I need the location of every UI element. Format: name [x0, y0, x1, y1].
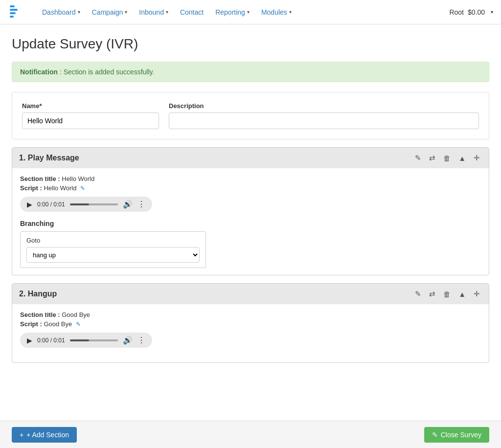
progress-filled-1	[70, 203, 89, 205]
notification-prefix: Notification	[20, 68, 58, 76]
progress-filled-2	[70, 339, 89, 341]
page-title: Update Survey (IVR)	[12, 36, 489, 52]
name-input[interactable]	[22, 112, 159, 129]
section-actions-1: ✎ ⇄ 🗑 ▲ ✛	[413, 153, 482, 163]
section-move-btn-2[interactable]: ✛	[472, 289, 482, 299]
section-body-2: Section title : Good Bye Script : Good B…	[12, 304, 489, 362]
name-group: Name*	[22, 102, 159, 129]
section-info-script-1: Script : Hello World ✎	[20, 184, 481, 192]
volume-btn-1[interactable]: 🔊	[123, 200, 133, 209]
form-card: Name* Description	[12, 92, 489, 139]
user-label: Root	[449, 8, 464, 16]
section-body-1: Section title : Hello World Script : Hel…	[12, 168, 489, 275]
section-card-2: 2. Hangup ✎ ⇄ 🗑 ▲ ✛ Section title : Good…	[12, 283, 489, 363]
section-title-1: 1. Play Message	[19, 154, 79, 162]
audio-player-wrap-1: ▶ 0:00 / 0:01 🔊 ⋮	[20, 197, 481, 212]
volume-btn-2[interactable]: 🔊	[123, 336, 133, 345]
notification-bar: Notification : Section is added successf…	[12, 62, 489, 82]
section-shuffle-btn-2[interactable]: ⇄	[427, 289, 437, 299]
nav-item-inbound[interactable]: Inbound ▾	[134, 0, 173, 24]
user-caret: ▾	[491, 9, 493, 15]
nav-item-modules[interactable]: Modules ▾	[256, 0, 296, 24]
desc-input[interactable]	[169, 112, 479, 129]
desc-label: Description	[169, 102, 479, 110]
section-header-1: 1. Play Message ✎ ⇄ 🗑 ▲ ✛	[12, 148, 489, 168]
progress-bar-2[interactable]	[70, 339, 118, 341]
nav-item-campaign[interactable]: Campaign ▾	[87, 0, 133, 24]
campaign-caret: ▾	[125, 9, 127, 15]
play-btn-1[interactable]: ▶	[27, 201, 32, 208]
time-display-1: 0:00 / 0:01	[37, 201, 65, 208]
audio-player-2: ▶ 0:00 / 0:01 🔊 ⋮	[20, 333, 152, 348]
audio-player-wrap-2: ▶ 0:00 / 0:01 🔊 ⋮	[20, 333, 481, 348]
branching-label-1: Branching	[20, 220, 481, 227]
more-btn-1[interactable]: ⋮	[137, 200, 145, 209]
reporting-caret: ▾	[247, 9, 250, 15]
section-delete-btn-1[interactable]: 🗑	[441, 153, 453, 163]
notification-message: : Section is added successfully.	[58, 68, 154, 76]
section-header-2: 2. Hangup ✎ ⇄ 🗑 ▲ ✛	[12, 284, 489, 304]
form-row: Name* Description	[22, 102, 479, 129]
nav-links: Dashboard ▾ Campaign ▾ Inbound ▾ Contact…	[37, 0, 449, 24]
progress-bar-1[interactable]	[70, 203, 118, 205]
brand-logo[interactable]	[8, 2, 27, 22]
svg-rect-1	[10, 9, 18, 11]
section-actions-2: ✎ ⇄ 🗑 ▲ ✛	[413, 289, 482, 299]
section-title-2: 2. Hangup	[19, 290, 57, 298]
script-edit-icon-1[interactable]: ✎	[80, 185, 85, 192]
desc-group: Description	[169, 102, 479, 129]
audio-player-1: ▶ 0:00 / 0:01 🔊 ⋮	[20, 197, 152, 212]
section-up-btn-1[interactable]: ▲	[456, 153, 468, 163]
nav-item-reporting[interactable]: Reporting ▾	[210, 0, 254, 24]
section-edit-btn-1[interactable]: ✎	[413, 153, 423, 163]
inbound-caret: ▾	[166, 9, 168, 15]
nav-item-dashboard[interactable]: Dashboard ▾	[37, 0, 85, 24]
section-edit-btn-2[interactable]: ✎	[413, 289, 423, 299]
branching-goto-label-1: Goto	[26, 237, 200, 244]
more-btn-2[interactable]: ⋮	[137, 336, 145, 345]
name-label: Name*	[22, 102, 159, 110]
user-balance: $0.00	[468, 8, 485, 16]
section-card-1: 1. Play Message ✎ ⇄ 🗑 ▲ ✛ Section title …	[12, 147, 489, 275]
section-delete-btn-2[interactable]: 🗑	[441, 289, 453, 299]
modules-caret: ▾	[289, 9, 292, 15]
dashboard-caret: ▾	[78, 9, 80, 15]
branching-select-1[interactable]: hang up section 1 section 2	[26, 247, 200, 263]
navbar: Dashboard ▾ Campaign ▾ Inbound ▾ Contact…	[0, 0, 501, 24]
section-info-script-2: Script : Good Bye ✎	[20, 320, 481, 328]
time-display-2: 0:00 / 0:01	[37, 337, 65, 344]
script-edit-icon-2[interactable]: ✎	[76, 321, 81, 328]
svg-rect-0	[10, 5, 15, 7]
section-up-btn-2[interactable]: ▲	[456, 289, 468, 299]
svg-rect-2	[10, 12, 16, 14]
play-btn-2[interactable]: ▶	[27, 336, 32, 344]
nav-item-contact[interactable]: Contact	[175, 0, 208, 24]
section-move-btn-1[interactable]: ✛	[472, 153, 482, 163]
section-info-title-2: Section title : Good Bye	[20, 311, 481, 318]
section-shuffle-btn-1[interactable]: ⇄	[427, 153, 437, 163]
page-content: Update Survey (IVR) Notification : Secti…	[0, 24, 501, 410]
branching-box-1: Goto hang up section 1 section 2	[20, 231, 206, 268]
svg-rect-3	[10, 16, 14, 18]
section-info-title-1: Section title : Hello World	[20, 175, 481, 182]
nav-user[interactable]: Root $0.00 ▾	[449, 8, 493, 16]
